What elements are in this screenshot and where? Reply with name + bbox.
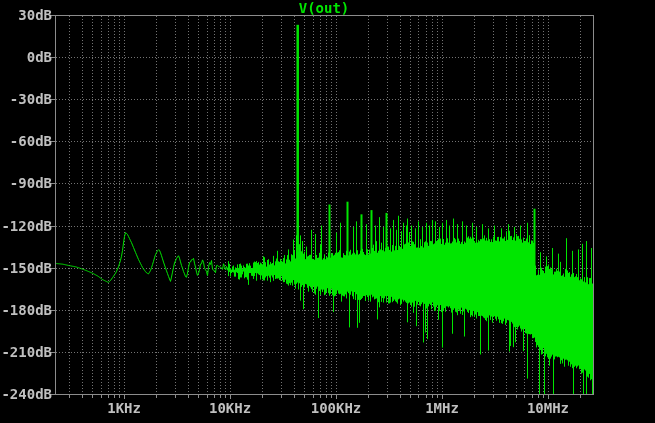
waveform-viewer-pane: V(out) 30dB 0dB -30dB -60dB -90dB -120dB… <box>0 0 655 423</box>
y-axis-label: -150dB <box>0 261 52 275</box>
y-axis-label: -210dB <box>0 345 52 359</box>
x-axis-label: 1KHz <box>107 401 141 415</box>
y-axis-label: -120dB <box>0 219 52 233</box>
y-axis-label: -240dB <box>0 387 52 401</box>
y-axis-label: 0dB <box>0 50 52 64</box>
x-axis-label: 10MHz <box>527 401 569 415</box>
y-axis-label: -180dB <box>0 303 52 317</box>
fft-plot-canvas[interactable] <box>0 0 655 423</box>
y-axis-label: -90dB <box>0 176 52 190</box>
plot-title: V(out) <box>299 0 350 16</box>
x-axis-label: 10KHz <box>209 401 251 415</box>
x-axis-label: 1MHz <box>425 401 459 415</box>
y-axis-label: -30dB <box>0 92 52 106</box>
x-axis-label: 100KHz <box>311 401 362 415</box>
y-axis-label: -60dB <box>0 134 52 148</box>
y-axis-label: 30dB <box>0 8 52 22</box>
